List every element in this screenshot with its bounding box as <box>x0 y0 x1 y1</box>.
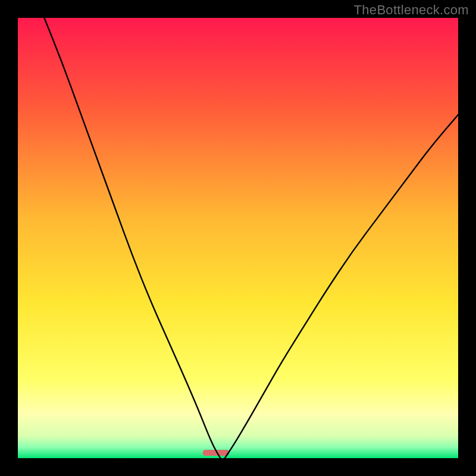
chart-frame: TheBottleneck.com <box>0 0 476 476</box>
chart-plot-area <box>18 18 458 458</box>
chart-svg <box>18 18 458 458</box>
watermark-text: TheBottleneck.com <box>354 2 469 18</box>
chart-background-gradient <box>18 18 458 458</box>
